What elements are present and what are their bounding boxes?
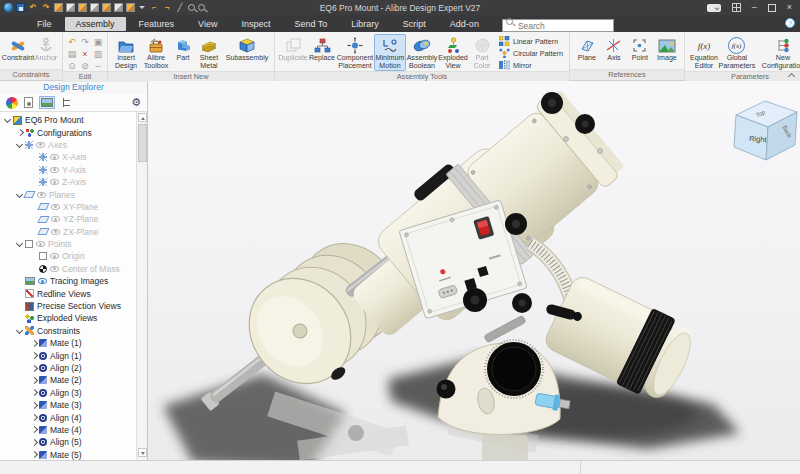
tree-item-redline-views[interactable]: Redline Views xyxy=(0,287,136,299)
eye-icon[interactable] xyxy=(50,253,59,259)
layout-switch-icon[interactable] xyxy=(707,4,721,12)
close-button[interactable]: × xyxy=(787,3,792,12)
circular-pattern-button[interactable]: Circular Pattern xyxy=(499,48,563,58)
anchor-button[interactable]: Anchor xyxy=(33,34,59,64)
tree-item-mate-4[interactable]: Mate (4) xyxy=(0,424,136,436)
tree-item-tracing-images[interactable]: Tracing Images xyxy=(0,275,136,287)
tree-item-z-axis[interactable]: Z-Axis xyxy=(0,176,136,188)
undo-icon[interactable]: ↶ xyxy=(28,3,38,13)
undo-icon[interactable]: ↶ xyxy=(66,36,78,47)
equation-editor-button[interactable]: f(x)Equation Editor xyxy=(688,34,720,71)
zoom-out-icon[interactable] xyxy=(198,4,205,11)
search-input[interactable] xyxy=(502,19,614,32)
exploded-view-button[interactable]: Exploded View xyxy=(438,34,468,71)
eye-icon[interactable] xyxy=(50,154,59,160)
dropdown-caret-icon[interactable] xyxy=(139,6,145,9)
tree-item-align-2[interactable]: Align (2) xyxy=(0,362,136,374)
eye-icon[interactable] xyxy=(51,216,60,222)
eye-icon[interactable] xyxy=(51,229,60,235)
hide-icon[interactable]: ⊘ xyxy=(79,60,91,71)
tree-item-mate-5[interactable]: Mate (5) xyxy=(0,449,136,460)
duplicate-button[interactable]: Duplicate xyxy=(278,34,308,64)
delete-icon[interactable]: × xyxy=(79,48,91,59)
mount-base[interactable] xyxy=(437,340,571,462)
image-button[interactable]: Image xyxy=(653,34,681,64)
home-icon[interactable] xyxy=(4,3,13,12)
linear-pattern-button[interactable]: Linear Pattern xyxy=(499,36,563,46)
tree-item-mate-2[interactable]: Mate (2) xyxy=(0,374,136,386)
eye-icon[interactable] xyxy=(50,167,59,173)
copy-icon[interactable]: ▤ xyxy=(66,48,78,59)
eye-icon[interactable] xyxy=(36,142,45,148)
paste-icon[interactable]: ▣ xyxy=(92,36,104,47)
tree-item-center-of-mass[interactable]: Center of Mass xyxy=(0,263,136,275)
part-color-button[interactable]: Part Color xyxy=(468,34,496,71)
alibre-toolbox-button[interactable]: Alibre Toolbox xyxy=(141,34,171,71)
clipboard-icon[interactable]: ▥ xyxy=(92,48,104,59)
tree-item-align-3[interactable]: Align (3) xyxy=(0,387,136,399)
global-parameters-button[interactable]: f(x)Global Parameters xyxy=(720,34,754,71)
tree-item-align-5[interactable]: Align (5) xyxy=(0,436,136,448)
tree-item-configurations[interactable]: Configurations xyxy=(0,126,136,138)
menu-library[interactable]: Library xyxy=(340,17,390,31)
tree-item-mate-1[interactable]: Mate (1) xyxy=(0,337,136,349)
component-placement-button[interactable]: Component Placement xyxy=(336,34,374,71)
window-icon[interactable] xyxy=(114,3,123,12)
menu-script[interactable]: Script xyxy=(392,17,437,31)
window-icon[interactable] xyxy=(78,3,87,12)
window-icon[interactable] xyxy=(66,3,75,12)
subassembly-button[interactable]: Subassembly xyxy=(223,34,271,64)
axis-button[interactable]: Axis xyxy=(601,34,627,64)
gear-icon[interactable]: ⚙ xyxy=(131,97,141,108)
eye-icon[interactable] xyxy=(50,179,59,185)
tree-item-align-1[interactable]: Align (1) xyxy=(0,349,136,361)
eye-icon[interactable] xyxy=(36,241,45,247)
view-cube[interactable]: Right Top Back xyxy=(734,101,797,160)
eye-icon[interactable] xyxy=(38,278,47,284)
tree-item-x-axis[interactable]: X-Axis xyxy=(0,151,136,163)
document-properties-icon[interactable] xyxy=(24,97,33,108)
window-icon[interactable] xyxy=(126,3,135,12)
sheet-metal-button[interactable]: Sheet Metal xyxy=(195,34,223,71)
tree-item-zx-plane[interactable]: ZX-Plane xyxy=(0,226,136,238)
window-icon[interactable] xyxy=(102,3,111,12)
plane-button[interactable]: Plane xyxy=(573,34,601,64)
new-doc-icon[interactable] xyxy=(54,3,63,12)
scroll-thumb[interactable] xyxy=(138,124,147,162)
tracing-image-button[interactable] xyxy=(39,96,55,109)
tree-item-precise-section-views[interactable]: Precise Section Views xyxy=(0,300,136,312)
redo-icon[interactable]: ↷ xyxy=(79,36,91,47)
tree-item-exploded-views[interactable]: Exploded Views xyxy=(0,312,136,324)
tree-item-points[interactable]: Points xyxy=(0,238,136,250)
tree-item-y-axis[interactable]: Y-Axis xyxy=(0,164,136,176)
tree-item-planes[interactable]: Planes xyxy=(0,188,136,200)
ribbon-collapse-icon[interactable] xyxy=(788,71,796,79)
model-canvas[interactable]: Right Top Back xyxy=(148,81,800,462)
corner-arrow-icon[interactable]: ⌐ xyxy=(149,3,159,13)
zoom-in-icon[interactable] xyxy=(188,4,195,11)
corner-arrow-icon[interactable]: ¬ xyxy=(162,3,172,13)
menu-inspect[interactable]: Inspect xyxy=(230,17,281,31)
part-button[interactable]: Part xyxy=(171,34,195,64)
color-wheel-icon[interactable] xyxy=(6,97,18,109)
window-icon[interactable] xyxy=(90,3,99,12)
window-grid-icon[interactable] xyxy=(732,3,741,12)
tree-item-origin[interactable]: Origin xyxy=(0,250,136,262)
maximize-button[interactable] xyxy=(768,4,776,12)
tree-view-icon[interactable] xyxy=(61,97,72,108)
tree-item-mate-3[interactable]: Mate (3) xyxy=(0,399,136,411)
minimize-button[interactable]: – xyxy=(752,3,757,12)
eye-icon[interactable] xyxy=(37,192,46,198)
show-icon[interactable]: ⊙ xyxy=(66,60,78,71)
tree-item-align-4[interactable]: Align (4) xyxy=(0,411,136,423)
menu-view[interactable]: View xyxy=(187,17,228,31)
scroll-down-icon[interactable] xyxy=(138,448,147,457)
mirror-button[interactable]: Mirror xyxy=(499,60,563,70)
tree-item-constraints[interactable]: Constraints xyxy=(0,325,136,337)
suppress-icon[interactable]: – xyxy=(92,60,104,71)
menu-assembly[interactable]: Assembly xyxy=(65,17,126,31)
menu-addon[interactable]: Add-on xyxy=(439,17,490,31)
tree-scrollbar[interactable] xyxy=(136,112,147,460)
eye-icon[interactable] xyxy=(50,266,59,272)
help-icon[interactable]: ? xyxy=(785,18,795,28)
